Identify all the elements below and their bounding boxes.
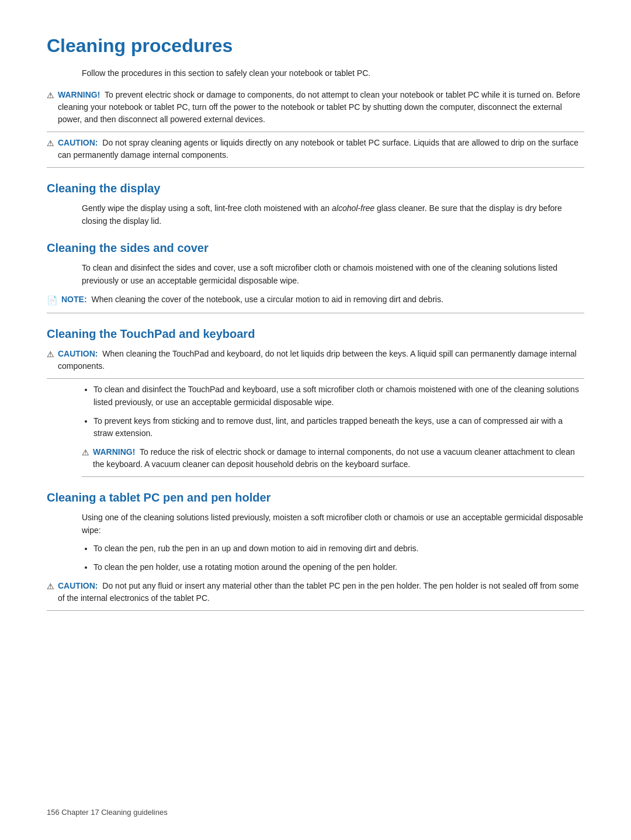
touchpad-bullet-list: To clean and disinfect the TouchPad and … (93, 383, 584, 440)
caution-block-1: ⚠ CAUTION: Do not spray cleaning agents … (47, 137, 584, 168)
caution-body-1: Do not spray cleaning agents or liquids … (58, 138, 578, 160)
warning-block-1: ⚠ WARNING! To prevent electric shock or … (47, 89, 584, 132)
caution-body-touchpad: When cleaning the TouchPad and keyboard,… (58, 349, 577, 371)
note-block-sides: 📄 NOTE: When cleaning the cover of the n… (47, 293, 584, 314)
tablet-bullet-list: To clean the pen, rub the pen in an up a… (93, 542, 584, 573)
caution-body-tablet: Do not put any fluid or insert any mater… (58, 581, 578, 603)
caution-label-1: CAUTION: (58, 138, 98, 147)
tablet-bullet-2: To clean the pen holder, use a rotating … (93, 561, 584, 574)
caution-text-1: CAUTION: Do not spray cleaning agents or… (58, 137, 584, 161)
touchpad-bullet-1: To clean and disinfect the TouchPad and … (93, 383, 584, 409)
caution-block-touchpad: ⚠ CAUTION: When cleaning the TouchPad an… (47, 348, 584, 379)
note-text-sides: NOTE: When cleaning the cover of the not… (61, 293, 584, 306)
caution-text-touchpad: CAUTION: When cleaning the TouchPad and … (58, 348, 584, 372)
touchpad-bullet-2: To prevent keys from sticking and to rem… (93, 415, 584, 440)
note-body-sides: When cleaning the cover of the notebook,… (91, 295, 443, 304)
warning-label-touchpad: WARNING! (93, 447, 135, 457)
caution-block-tablet: ⚠ CAUTION: Do not put any fluid or inser… (47, 580, 584, 611)
caution-text-tablet: CAUTION: Do not put any fluid or insert … (58, 580, 584, 604)
tablet-bullet-1: To clean the pen, rub the pen in an up a… (93, 542, 584, 555)
caution-label-touchpad: CAUTION: (58, 349, 98, 358)
section-title-touchpad: Cleaning the TouchPad and keyboard (47, 327, 584, 341)
caution-icon-tablet: ⚠ (47, 580, 54, 593)
section-title-display: Cleaning the display (47, 182, 584, 195)
section-title-tablet: Cleaning a tablet PC pen and pen holder (47, 491, 584, 504)
page-footer: 156 Chapter 17 Cleaning guidelines (47, 808, 168, 817)
note-icon: 📄 (47, 294, 58, 307)
section-body-tablet: Using one of the cleaning solutions list… (82, 511, 584, 537)
warning-body-1: To prevent electric shock or damage to c… (58, 90, 580, 124)
caution-label-tablet: CAUTION: (58, 581, 98, 590)
page-title: Cleaning procedures (47, 35, 584, 57)
warning-text-1: WARNING! To prevent electric shock or da… (58, 89, 584, 126)
caution-icon-1: ⚠ (47, 137, 54, 150)
warning-icon-touchpad: ⚠ (82, 447, 89, 459)
warning-text-touchpad: WARNING! To reduce the risk of electric … (93, 446, 584, 471)
section-body-display: Gently wipe the display using a soft, li… (82, 202, 584, 227)
caution-icon-touchpad: ⚠ (47, 348, 54, 361)
warning-label-1: WARNING! (58, 90, 100, 99)
intro-text: Follow the procedures in this section to… (82, 67, 584, 79)
section-body-sides: To clean and disinfect the sides and cov… (82, 262, 584, 287)
warning-icon-1: ⚠ (47, 89, 54, 102)
warning-block-touchpad: ⚠ WARNING! To reduce the risk of electri… (82, 446, 584, 477)
note-label-sides: NOTE: (61, 295, 87, 304)
warning-body-touchpad: To reduce the risk of electric shock or … (93, 447, 575, 469)
section-title-sides: Cleaning the sides and cover (47, 241, 584, 255)
